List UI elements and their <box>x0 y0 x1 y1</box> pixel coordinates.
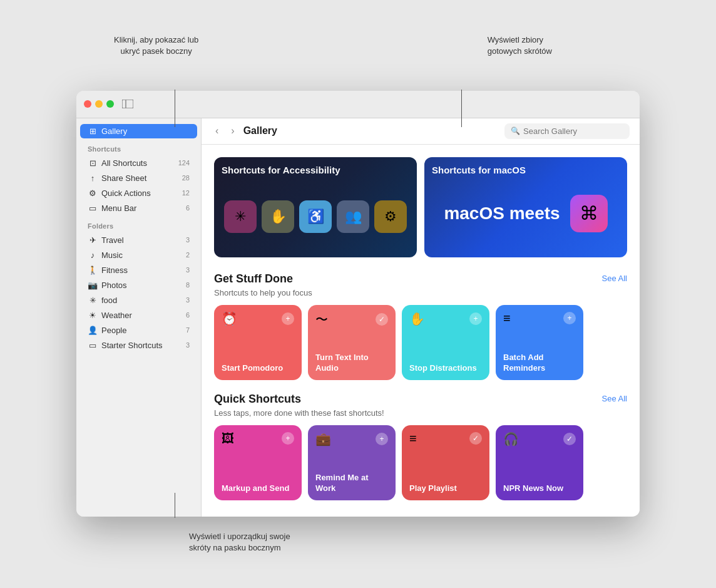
main-content: ‹ › Gallery 🔍 Shortcuts for Accessibilit… <box>202 118 640 517</box>
audio-check-btn[interactable]: ✓ <box>376 313 388 326</box>
travel-icon: ✈ <box>88 235 98 245</box>
card-remind-me-work[interactable]: 💼 + Remind Me at Work <box>308 425 396 500</box>
quick-actions-count: 12 <box>182 189 190 197</box>
get-stuff-done-see-all[interactable]: See All <box>602 272 627 284</box>
sidebar-item-quick-actions[interactable]: ⚙ Quick Actions 12 <box>80 186 197 200</box>
markup-add-btn[interactable]: + <box>282 432 294 445</box>
weather-count: 6 <box>186 311 190 319</box>
menu-bar-count: 6 <box>186 204 190 212</box>
close-button[interactable] <box>84 100 91 108</box>
maximize-button[interactable] <box>106 100 114 108</box>
sidebar-toggle-button[interactable] <box>121 98 134 110</box>
annotations-top: Kliknij, aby pokazać lub ukryć pasek boc… <box>76 34 640 57</box>
card-top-remind: 💼 + <box>315 431 388 446</box>
distractions-add-btn[interactable]: + <box>469 312 482 325</box>
app-body: ⊞ Gallery Shortcuts ⊡ All Shortcuts 124 … <box>76 118 640 517</box>
search-bar: 🔍 <box>504 123 630 139</box>
quick-shortcuts-section: Quick Shortcuts See All Less taps, more … <box>214 393 627 500</box>
get-stuff-done-cards: ⏰ + Start Pomodoro 〜 ✓ Turn Text <box>214 305 627 380</box>
search-input[interactable] <box>523 126 623 136</box>
playlist-icon: ≡ <box>409 431 417 446</box>
sidebar-item-photos[interactable]: 📷 Photos 8 <box>80 278 197 292</box>
music-count: 2 <box>186 251 190 259</box>
toolbar: ‹ › Gallery 🔍 <box>202 118 640 145</box>
people-icon: 👤 <box>88 326 98 335</box>
acc-icon-3: ♿ <box>299 200 332 233</box>
acc-icon-4: 👥 <box>337 200 369 233</box>
sidebar-item-menu-bar[interactable]: ▭ Menu Bar 6 <box>80 201 197 215</box>
all-shortcuts-count: 124 <box>178 159 190 167</box>
callout-line-left <box>175 90 175 127</box>
photos-icon: 📷 <box>88 281 98 290</box>
reminders-add-btn[interactable]: + <box>563 312 576 324</box>
weather-label: Weather <box>101 311 186 320</box>
card-top-playlist: ≡ ✓ <box>409 431 482 446</box>
acc-icon-5: ⚙ <box>374 200 407 233</box>
accessibility-title: Shortcuts for Accessibility <box>222 165 340 175</box>
music-label: Music <box>101 250 186 260</box>
sidebar-item-weather[interactable]: ☀ Weather 6 <box>80 308 197 322</box>
sidebar-item-fitness[interactable]: 🚶 Fitness 3 <box>80 263 197 277</box>
minimize-button[interactable] <box>95 100 103 108</box>
all-shortcuts-icon: ⊡ <box>88 158 98 168</box>
remind-icon: 💼 <box>315 431 331 446</box>
pomodoro-add-btn[interactable]: + <box>282 312 294 325</box>
audio-label: Turn Text Into Audio <box>315 353 388 374</box>
forward-button[interactable]: › <box>227 124 238 138</box>
hero-accessibility[interactable]: Shortcuts for Accessibility ✳ ✋ ♿ 👥 ⚙ <box>214 157 417 257</box>
card-stop-distractions[interactable]: ✋ + Stop Distractions <box>402 305 489 380</box>
quick-shortcuts-cards: 🖼 + Markup and Send 💼 + Remind <box>214 425 627 500</box>
app-window: ⊞ Gallery Shortcuts ⊡ All Shortcuts 124 … <box>76 91 640 517</box>
card-markup-send[interactable]: 🖼 + Markup and Send <box>214 425 302 500</box>
acc-icon-1: ✳ <box>224 200 257 233</box>
sidebar-item-gallery[interactable]: ⊞ Gallery <box>80 124 197 138</box>
sidebar-item-people[interactable]: 👤 People 7 <box>80 323 197 338</box>
card-start-pomodoro[interactable]: ⏰ + Start Pomodoro <box>214 305 302 380</box>
sidebar-item-all-shortcuts[interactable]: ⊡ All Shortcuts 124 <box>80 156 197 170</box>
starter-shortcuts-count: 3 <box>186 341 190 349</box>
fitness-icon: 🚶 <box>88 266 98 275</box>
sidebar-item-music[interactable]: ♪ Music 2 <box>80 248 197 262</box>
people-count: 7 <box>186 326 190 334</box>
share-sheet-icon: ↑ <box>88 173 98 183</box>
fitness-label: Fitness <box>101 266 186 275</box>
card-play-playlist[interactable]: ≡ ✓ Play Playlist <box>402 425 489 500</box>
sidebar-gallery-label: Gallery <box>101 126 190 136</box>
hero-macos[interactable]: Shortcuts for macOS macOS meets ⌘ <box>424 157 627 257</box>
quick-shortcuts-see-all[interactable]: See All <box>602 393 627 405</box>
sidebar-item-starter-shortcuts[interactable]: ▭ Starter Shortcuts 3 <box>80 338 197 353</box>
get-stuff-done-subtitle: Shortcuts to help you focus <box>214 288 627 297</box>
sidebar: ⊞ Gallery Shortcuts ⊡ All Shortcuts 124 … <box>76 118 202 517</box>
back-button[interactable]: ‹ <box>212 124 222 138</box>
weather-icon: ☀ <box>88 311 98 320</box>
card-npr-news[interactable]: 🎧 ✓ NPR News Now <box>496 425 583 500</box>
npr-check-btn[interactable]: ✓ <box>563 433 576 445</box>
card-top-audio: 〜 ✓ <box>315 311 388 328</box>
sidebar-item-travel[interactable]: ✈ Travel 3 <box>80 233 197 247</box>
remind-label: Remind Me at Work <box>315 473 388 494</box>
acc-icon-2: ✋ <box>262 200 294 233</box>
quick-actions-icon: ⚙ <box>88 188 98 198</box>
people-label: People <box>101 326 186 335</box>
card-turn-text-audio[interactable]: 〜 ✓ Turn Text Into Audio <box>308 305 396 380</box>
photos-count: 8 <box>186 281 190 289</box>
playlist-check-btn[interactable]: ✓ <box>469 432 482 445</box>
traffic-lights <box>84 100 114 108</box>
hero-row: Shortcuts for Accessibility ✳ ✋ ♿ 👥 ⚙ <box>214 157 627 257</box>
sidebar-item-share-sheet[interactable]: ↑ Share Sheet 28 <box>80 171 197 185</box>
food-count: 3 <box>186 296 190 304</box>
npr-label: NPR News Now <box>503 483 576 494</box>
reminders-label: Batch Add Reminders <box>503 353 576 374</box>
card-batch-reminders[interactable]: ≡ + Batch Add Reminders <box>496 305 583 380</box>
playlist-label: Play Playlist <box>409 483 482 494</box>
sidebar-item-food[interactable]: ✳ food 3 <box>80 293 197 307</box>
gallery-icon: ⊞ <box>88 126 98 136</box>
card-top-pomodoro: ⏰ + <box>222 311 294 326</box>
markup-label: Markup and Send <box>222 483 294 494</box>
content-area: Shortcuts for Accessibility ✳ ✋ ♿ 👥 ⚙ <box>202 145 640 517</box>
reminders-icon: ≡ <box>503 311 511 326</box>
remind-add-btn[interactable]: + <box>376 433 388 445</box>
all-shortcuts-label: All Shortcuts <box>101 158 178 168</box>
title-bar <box>76 91 640 118</box>
markup-icon: 🖼 <box>222 431 234 446</box>
